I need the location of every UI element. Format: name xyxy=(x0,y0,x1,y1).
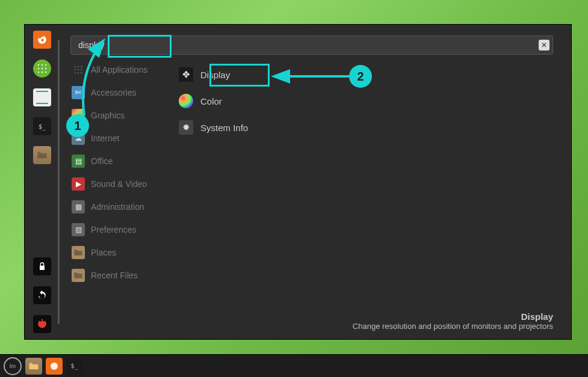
results-area: ✕ ✥DisplayColor✸System Info Display Chan… xyxy=(174,25,571,339)
category-label: Internet xyxy=(91,133,119,143)
category-internet[interactable]: ☁Internet xyxy=(68,129,174,147)
result-label: Color xyxy=(200,96,222,106)
footer-desc: Change resolution and position of monito… xyxy=(353,322,553,331)
svg-point-2 xyxy=(81,66,82,67)
svg-point-3 xyxy=(74,69,76,71)
category-label: All Applications xyxy=(91,65,147,75)
display-icon: ✥ xyxy=(179,67,193,82)
result-system-info[interactable]: ✸System Info xyxy=(174,117,253,138)
taskbar-terminal-icon[interactable]: $_ xyxy=(66,358,83,375)
result-label: System Info xyxy=(200,123,248,133)
svg-point-5 xyxy=(81,69,82,71)
results-list: ✥DisplayColor✸System Info xyxy=(174,64,253,138)
terminal-icon[interactable]: $_ xyxy=(33,117,51,135)
snd-icon: ▶ xyxy=(72,177,85,191)
start-button[interactable]: lm xyxy=(4,357,22,375)
svg-point-6 xyxy=(74,72,76,74)
category-label: Administration xyxy=(91,202,144,212)
app-description: Display Change resolution and position o… xyxy=(353,311,553,331)
taskbar-files-icon[interactable] xyxy=(25,358,42,375)
category-all-applications[interactable]: All Applications xyxy=(68,61,174,79)
svg-point-10 xyxy=(51,363,58,370)
firefox-icon[interactable] xyxy=(33,31,51,49)
svg-point-7 xyxy=(78,72,79,74)
category-label: Sound & Video xyxy=(91,179,147,189)
svg-point-0 xyxy=(74,66,76,67)
acc-icon: ✄ xyxy=(72,86,85,99)
gfx-icon xyxy=(72,109,85,122)
off-icon: ▤ xyxy=(72,155,85,168)
category-accessories[interactable]: ✄Accessories xyxy=(68,84,174,102)
search-input[interactable] xyxy=(70,35,553,55)
category-sound-video[interactable]: ▶Sound & Video xyxy=(68,175,174,193)
result-display[interactable]: ✥Display xyxy=(174,64,253,85)
category-label: Places xyxy=(91,248,116,257)
category-places[interactable]: Places xyxy=(68,244,174,262)
sys-icon: ✸ xyxy=(179,120,193,135)
category-label: Preferences xyxy=(91,225,136,234)
search-row: ✕ xyxy=(70,35,553,55)
svg-point-1 xyxy=(78,66,79,67)
categories-column: All Applications✄AccessoriesGraphics☁Int… xyxy=(60,25,174,339)
svg-point-8 xyxy=(81,72,82,74)
applications-icon[interactable] xyxy=(33,60,51,78)
color-icon xyxy=(179,94,193,108)
category-administration[interactable]: ▦Administration xyxy=(68,198,174,216)
pref-icon: ▧ xyxy=(72,223,85,236)
net-icon: ☁ xyxy=(72,132,85,145)
rec-icon xyxy=(72,269,85,282)
category-label: Accessories xyxy=(91,88,136,97)
taskbar: lm $_ xyxy=(0,354,588,377)
favorites-column: $_ xyxy=(25,25,60,339)
taskbar-firefox-icon[interactable] xyxy=(46,358,63,375)
files-icon[interactable] xyxy=(33,146,51,164)
category-recent-files[interactable]: Recent Files xyxy=(68,266,174,284)
svg-point-4 xyxy=(78,69,79,71)
clear-search-icon[interactable]: ✕ xyxy=(539,40,549,51)
category-label: Graphics xyxy=(91,111,125,120)
category-label: Recent Files xyxy=(91,271,138,280)
category-graphics[interactable]: Graphics xyxy=(68,106,174,124)
result-label: Display xyxy=(200,70,230,80)
logout-icon[interactable] xyxy=(33,286,51,304)
category-office[interactable]: ▤Office xyxy=(68,152,174,170)
footer-title: Display xyxy=(353,311,553,322)
power-icon[interactable] xyxy=(33,315,51,333)
category-label: Office xyxy=(91,156,113,166)
lock-screen-icon[interactable] xyxy=(33,257,51,275)
all-icon xyxy=(72,63,85,76)
category-preferences[interactable]: ▧Preferences xyxy=(68,221,174,239)
plc-icon xyxy=(72,246,85,259)
result-color[interactable]: Color xyxy=(174,91,253,111)
svg-text:lm: lm xyxy=(10,363,16,369)
settings-icon[interactable] xyxy=(33,88,51,106)
start-menu: $_ All Applications✄AccessoriesGraphics☁… xyxy=(24,24,572,340)
adm-icon: ▦ xyxy=(72,200,85,213)
